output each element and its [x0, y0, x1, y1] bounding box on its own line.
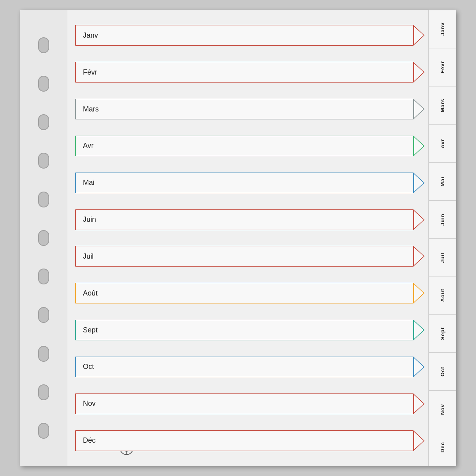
- month-arrow-inner: [414, 395, 424, 413]
- month-label-text: Déc: [83, 436, 96, 445]
- punch-hole: [38, 384, 49, 400]
- month-row-avr[interactable]: Avr: [75, 127, 428, 164]
- month-arrow-inner: [414, 358, 424, 376]
- month-row-mars[interactable]: Mars: [75, 91, 428, 128]
- month-arrow-inner: [414, 432, 424, 449]
- month-row-juin[interactable]: Juin: [75, 201, 428, 238]
- month-rows: Janv Févr Mars: [75, 17, 428, 459]
- month-label-text: Juil: [83, 252, 94, 261]
- arrow-wrapper: [413, 320, 424, 340]
- punch-hole: [38, 269, 49, 284]
- month-arrow-inner: [414, 27, 424, 44]
- punch-hole: [38, 153, 49, 169]
- punch-holes: [20, 10, 67, 466]
- tab-mai[interactable]: Mai: [429, 162, 456, 200]
- month-arrow-inner: [414, 284, 424, 302]
- month-label-rect: Mars: [75, 99, 413, 119]
- month-label-rect: Oct: [75, 357, 413, 377]
- tab-déc[interactable]: Déc: [429, 428, 456, 466]
- month-arrow-inner: [414, 100, 424, 118]
- month-arrow-inner: [414, 321, 424, 339]
- month-label-text: Avr: [83, 142, 94, 150]
- arrow-wrapper: [413, 246, 424, 267]
- month-label-rect: Avr: [75, 136, 413, 156]
- month-row-août[interactable]: Août: [75, 275, 428, 312]
- arrow-wrapper: [413, 209, 424, 230]
- month-label-rect: Août: [75, 283, 413, 303]
- month-row-mai[interactable]: Mai: [75, 164, 428, 201]
- page-container: Janv Févr Mars: [20, 10, 456, 466]
- punch-hole: [38, 192, 49, 207]
- month-label-box: Juil: [75, 242, 424, 271]
- month-arrow-inner: [414, 63, 424, 81]
- arrow-wrapper: [413, 393, 424, 414]
- month-label-rect: Sept: [75, 320, 413, 340]
- arrow-wrapper: [413, 283, 424, 303]
- main-page: Janv Févr Mars: [67, 10, 428, 466]
- punch-hole: [38, 37, 49, 53]
- month-label-box: Janv: [75, 21, 424, 50]
- month-label-rect: Juin: [75, 209, 413, 230]
- punch-hole: [38, 114, 49, 130]
- tab-sept[interactable]: Sept: [429, 314, 456, 352]
- arrow-wrapper: [413, 25, 424, 46]
- month-label-box: Mars: [75, 95, 424, 123]
- tab-nov[interactable]: Nov: [429, 390, 456, 428]
- punch-hole: [38, 76, 49, 92]
- tab-janv[interactable]: Janv: [429, 10, 456, 48]
- month-label-text: Févr: [83, 68, 97, 77]
- arrow-wrapper: [413, 357, 424, 377]
- month-arrow-inner: [414, 137, 424, 155]
- month-row-janv[interactable]: Janv: [75, 17, 428, 54]
- month-label-text: Juin: [83, 215, 96, 224]
- month-row-sept[interactable]: Sept: [75, 312, 428, 349]
- month-label-rect: Févr: [75, 62, 413, 83]
- month-label-text: Sept: [83, 326, 98, 334]
- tab-oct[interactable]: Oct: [429, 352, 456, 390]
- month-label-text: Nov: [83, 399, 96, 408]
- tab-août[interactable]: Août: [429, 276, 456, 314]
- month-label-text: Oct: [83, 363, 94, 371]
- month-label-box: Nov: [75, 390, 424, 418]
- arrow-wrapper: [413, 430, 424, 451]
- month-row-nov[interactable]: Nov: [75, 385, 428, 422]
- month-label-text: Août: [83, 289, 98, 298]
- month-label-box: Août: [75, 279, 424, 307]
- punch-hole: [38, 346, 49, 362]
- month-label-box: Sept: [75, 316, 424, 344]
- arrow-wrapper: [413, 99, 424, 119]
- month-row-févr[interactable]: Févr: [75, 54, 428, 91]
- arrow-wrapper: [413, 136, 424, 156]
- month-arrow-inner: [414, 211, 424, 228]
- arrow-wrapper: [413, 62, 424, 83]
- month-label-text: Mai: [83, 178, 94, 187]
- month-label-box: Mai: [75, 169, 424, 197]
- month-row-oct[interactable]: Oct: [75, 348, 428, 385]
- tab-mars[interactable]: Mars: [429, 86, 456, 124]
- month-label-rect: Juil: [75, 246, 413, 267]
- month-label-box: Févr: [75, 58, 424, 86]
- tab-strip: JanvFévrMarsAvrMaiJuinJuilAoûtSeptOctNov…: [428, 10, 456, 466]
- month-label-rect: Nov: [75, 393, 413, 414]
- punch-hole: [38, 230, 49, 246]
- punch-hole: [38, 307, 49, 323]
- tab-juin[interactable]: Juin: [429, 200, 456, 238]
- tab-févr[interactable]: Févr: [429, 48, 456, 86]
- month-label-text: Mars: [83, 105, 99, 113]
- month-label-rect: Mai: [75, 173, 413, 193]
- punch-hole: [38, 423, 49, 439]
- tab-avr[interactable]: Avr: [429, 124, 456, 162]
- month-arrow-inner: [414, 248, 424, 265]
- month-label-box: Juin: [75, 205, 424, 234]
- month-label-box: Déc: [75, 426, 424, 455]
- month-row-juil[interactable]: Juil: [75, 238, 428, 275]
- month-label-rect: Janv: [75, 25, 413, 46]
- month-arrow-inner: [414, 174, 424, 192]
- month-label-rect: Déc: [75, 430, 413, 451]
- tab-juil[interactable]: Juil: [429, 238, 456, 276]
- month-label-text: Janv: [83, 31, 98, 40]
- month-label-box: Oct: [75, 353, 424, 381]
- arrow-wrapper: [413, 173, 424, 193]
- month-label-box: Avr: [75, 132, 424, 160]
